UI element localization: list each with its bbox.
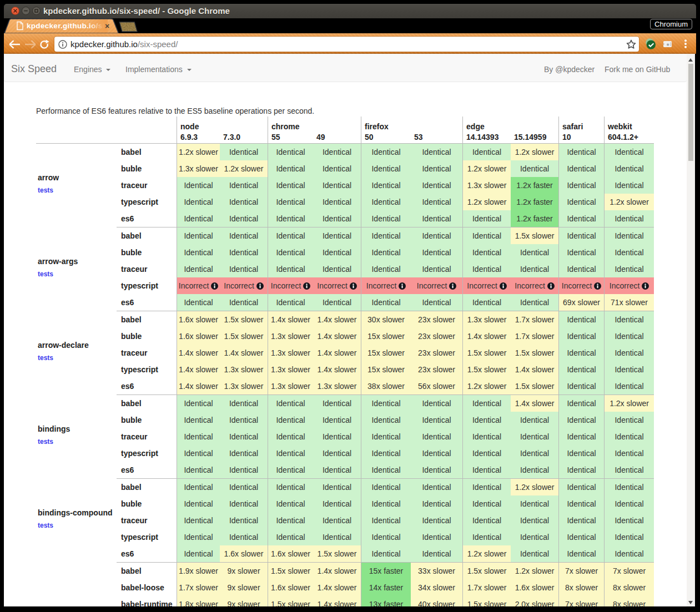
svg-text:★: ★ — [666, 42, 669, 47]
